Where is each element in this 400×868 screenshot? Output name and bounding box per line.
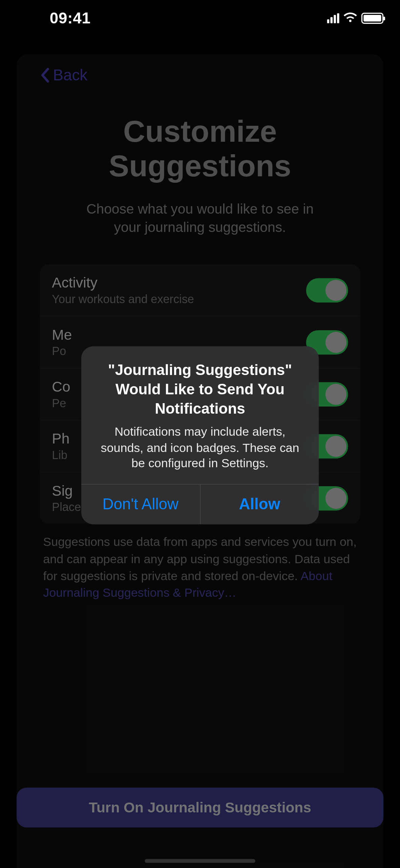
cellular-icon [327,13,339,23]
option-title: Co [52,378,70,396]
home-indicator[interactable] [145,859,255,863]
option-sub: Pe [52,397,70,410]
option-title: Ph [52,430,69,448]
alert-title: "Journaling Suggestions" Would Like to S… [94,361,306,419]
footer-text: Suggestions use data from apps and servi… [43,534,357,602]
option-sub: Lib [52,449,69,462]
status-time: 09:41 [17,9,91,27]
page-subtitle: Choose what you would like to see in you… [76,199,324,237]
page-title: Customize Suggestions [40,114,360,184]
turn-on-button[interactable]: Turn On Journaling Suggestions [17,788,383,827]
option-sub: Your workouts and exercise [52,293,194,306]
status-bar: 09:41 [0,0,400,30]
notification-permission-alert: "Journaling Suggestions" Would Like to S… [81,346,319,524]
option-sub: Place [52,500,81,514]
option-title: Activity [52,274,194,292]
back-button[interactable]: Back [40,66,87,84]
chevron-left-icon [40,67,49,83]
alert-message: Notifications may include alerts, sounds… [94,425,306,472]
option-sub: Po [52,344,72,358]
dont-allow-button[interactable]: Don't Allow [81,485,201,524]
wifi-icon [344,12,357,24]
battery-icon [361,13,383,24]
option-activity[interactable]: Activity Your workouts and exercise [40,264,360,316]
option-title: Sig [52,482,81,499]
status-icons [327,12,383,24]
toggle-activity[interactable] [306,278,348,302]
back-label: Back [53,66,88,84]
allow-button[interactable]: Allow [200,485,319,524]
option-title: Me [52,326,72,343]
